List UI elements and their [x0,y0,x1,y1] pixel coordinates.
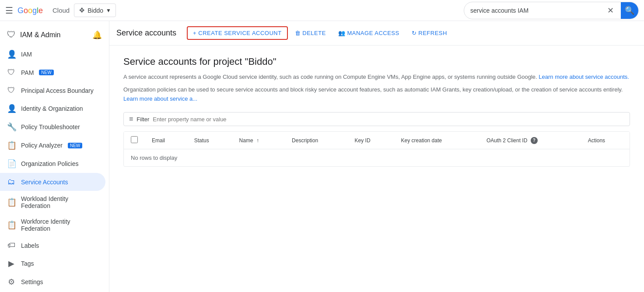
filter-label: Filter [136,116,149,123]
sidebar-item-identity-organization[interactable]: 👤 Identity & Organization [0,99,105,118]
breadcrumb: Service accounts [116,28,176,38]
cloud-text: Cloud [52,7,70,14]
google-logo-svg: Google [18,5,50,16]
sidebar-item-label: Principal Access Boundary [21,87,94,94]
dropdown-icon: ▼ [106,7,111,14]
search-clear-icon[interactable]: ✕ [607,6,614,15]
sidebar-item-label: Settings [21,278,43,285]
content-area: Service accounts for project "Biddo" A s… [109,46,644,292]
learn-more-link-1[interactable]: Learn more about service accounts. [539,74,629,80]
filter-input[interactable] [153,116,624,123]
sort-arrow-icon: ↑ [256,137,259,144]
service-accounts-table-wrap: Email Status Name ↑ Description Key ID K… [123,131,630,167]
filter-icon: ≡ [129,115,133,123]
sidebar-item-label: Tags [21,260,34,267]
col-key-creation-date: Key creation date [394,132,480,149]
sidebar-item-organization-policies[interactable]: 📄 Organization Policies [0,155,105,173]
header-actions: + CREATE SERVICE ACCOUNT 🗑 DELETE 👥 MANA… [187,26,452,40]
filter-bar: ≡ Filter [123,112,630,126]
topbar-search: ✕ 🔍 [464,2,639,19]
col-key-id: Key ID [348,132,394,149]
project-icon: ❖ [79,6,85,14]
manage-access-button[interactable]: 👥 MANAGE ACCESS [333,27,405,39]
col-oauth2-client-id: OAuth 2 Client ID ? [480,132,581,149]
learn-more-link-2[interactable]: Learn more about service a... [123,95,197,102]
sidebar-item-label: PAM [21,69,34,76]
sidebar-item-labels[interactable]: 🏷 Labels [0,236,105,254]
sidebar-item-label: Policy Analyzer [21,142,63,149]
pam-icon: 🛡 [7,68,16,77]
identity-icon: 👤 [7,104,16,113]
google-cloud-logo: Google Cloud [18,5,70,16]
main-content: Service accounts + CREATE SERVICE ACCOUN… [109,21,644,292]
iam-icon: 👤 [7,49,16,59]
sidebar-item-label: Policy Troubleshooter [21,123,80,130]
col-description: Description [285,132,347,149]
workforce-identity-icon: 📋 [7,220,16,230]
sidebar-item-iam[interactable]: 👤 IAM [0,45,105,63]
delete-button[interactable]: 🗑 DELETE [290,27,331,39]
col-email: Email [145,132,187,149]
description-2: Organization policies can be used to sec… [123,85,630,104]
topbar-left: ☰ Google Cloud ❖ Biddo ▼ [5,4,116,17]
col-name[interactable]: Name ↑ [232,132,285,149]
layout: 🛡 IAM & Admin 🔔 👤 IAM 🛡 PAM NEW 🛡 Princi… [0,21,644,292]
notification-bell-icon[interactable]: 🔔 [92,30,102,40]
sidebar-item-principal-access-boundary[interactable]: 🛡 Principal Access Boundary [0,81,105,99]
service-accounts-table: Email Status Name ↑ Description Key ID K… [124,132,630,166]
sidebar-item-policy-troubleshooter[interactable]: 🔧 Policy Troubleshooter [0,118,105,136]
description-1: A service account represents a Google Cl… [123,73,630,82]
labels-icon: 🏷 [7,241,16,250]
search-icon: 🔍 [625,6,634,15]
sidebar: 🛡 IAM & Admin 🔔 👤 IAM 🛡 PAM NEW 🛡 Princi… [0,21,109,292]
org-policies-icon: 📄 [7,159,16,169]
sidebar-item-label: Identity & Organization [21,105,83,112]
topbar: ☰ Google Cloud ❖ Biddo ▼ ✕ 🔍 [0,0,644,21]
empty-row: No rows to display [124,149,630,167]
table-header-row: Email Status Name ↑ Description Key ID K… [124,132,630,149]
search-input[interactable] [470,7,604,14]
page-title: Service accounts for project "Biddo" [123,56,630,67]
oauth-help-icon[interactable]: ? [531,137,538,144]
sidebar-item-label: Service Accounts [21,179,68,186]
new-badge-analyzer: NEW [68,143,82,148]
sidebar-item-policy-analyzer[interactable]: 📋 Policy Analyzer NEW [0,136,105,155]
sidebar-item-tags[interactable]: ▶ Tags [0,254,105,273]
search-button[interactable]: 🔍 [621,2,638,19]
sidebar-item-label: Workload Identity Federation [21,195,98,209]
empty-message: No rows to display [131,155,177,161]
menu-icon[interactable]: ☰ [5,5,13,16]
policy-analyzer-icon: 📋 [7,141,16,150]
refresh-button[interactable]: ↻ REFRESH [406,27,452,39]
col-status: Status [187,132,232,149]
page-header: Service accounts + CREATE SERVICE ACCOUN… [109,21,644,46]
project-name: Biddo [88,7,103,14]
sidebar-item-settings[interactable]: ⚙ Settings [0,273,105,291]
sidebar-item-service-accounts[interactable]: 🗂 Service Accounts [0,173,105,191]
sidebar-item-workforce-identity-federation[interactable]: 📋 Workforce Identity Federation [0,214,105,236]
sidebar-title: IAM & Admin [20,31,60,39]
sidebar-item-label: Labels [21,242,39,249]
svg-text:Google: Google [18,6,43,15]
settings-icon: ⚙ [7,277,16,287]
iam-admin-icon: 🛡 [7,30,16,40]
select-all-checkbox[interactable] [131,136,138,143]
service-accounts-icon: 🗂 [7,177,16,186]
workload-identity-icon: 📋 [7,197,16,207]
sidebar-item-label: Organization Policies [21,160,79,167]
new-badge: NEW [39,70,53,75]
sidebar-item-label: Workforce Identity Federation [21,218,98,232]
create-service-account-button[interactable]: + CREATE SERVICE ACCOUNT [187,26,288,40]
sidebar-item-workload-identity-federation[interactable]: 📋 Workload Identity Federation [0,191,105,214]
policy-troubleshooter-icon: 🔧 [7,122,16,132]
sidebar-item-label: IAM [21,51,32,58]
select-all-checkbox-header[interactable] [124,132,145,149]
tags-icon: ▶ [7,259,16,268]
project-selector[interactable]: ❖ Biddo ▼ [74,4,116,17]
col-actions: Actions [581,132,630,149]
pab-icon: 🛡 [7,86,16,95]
sidebar-item-pam[interactable]: 🛡 PAM NEW [0,63,105,81]
sidebar-header: 🛡 IAM & Admin 🔔 [0,25,109,45]
